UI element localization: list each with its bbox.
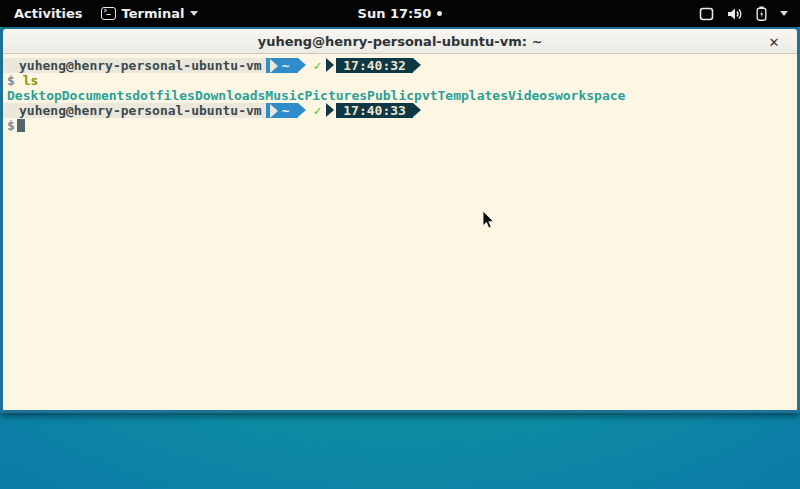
powerline-arrow-icon <box>270 104 278 118</box>
prompt-symbol: $ <box>3 118 15 133</box>
prompt-path: ~ <box>282 58 290 73</box>
prompt-host-segment: yuheng@henry-personal-ubuntu-vm <box>3 58 266 73</box>
powerline-arrow-icon <box>413 58 421 72</box>
directory-item: dotfiles <box>132 88 195 103</box>
close-button[interactable]: ✕ <box>765 33 783 51</box>
directory-item: workspace <box>555 88 625 103</box>
directory-item: Pictures <box>304 88 367 103</box>
prompt-line: yuheng@henry-personal-ubuntu-vm ~ ✓ 17:4… <box>3 58 797 73</box>
directory-item: pvt <box>414 88 437 103</box>
powerline-arrow-icon <box>270 59 278 73</box>
window-title: yuheng@henry-personal-ubuntu-vm: ~ <box>258 34 543 49</box>
prompt-symbol: $ <box>3 73 15 88</box>
terminal-content[interactable]: yuheng@henry-personal-ubuntu-vm ~ ✓ 17:4… <box>3 54 797 410</box>
clock-button[interactable]: Sun 17:50 <box>358 6 443 21</box>
terminal-window: yuheng@henry-personal-ubuntu-vm: ~ ✕ yuh… <box>0 27 800 413</box>
app-menu-label: Terminal <box>122 6 185 21</box>
desktop: Activities Terminal Sun 17:50 <box>0 0 800 489</box>
powerline-arrow-icon <box>413 103 421 117</box>
prompt-path: ~ <box>282 103 290 118</box>
powerline-arrow-icon <box>298 58 306 72</box>
powerline-arrow-icon <box>326 58 334 72</box>
input-line[interactable]: $ <box>3 118 797 133</box>
ls-output-line: Desktop Documents dotfiles Downloads Mus… <box>3 88 797 103</box>
command-text: ls <box>23 73 39 88</box>
directory-item: Documents <box>62 88 132 103</box>
window-titlebar[interactable]: yuheng@henry-personal-ubuntu-vm: ~ ✕ <box>3 29 797 54</box>
mouse-pointer-icon <box>482 210 496 230</box>
text-cursor <box>17 119 25 132</box>
system-menu-chevron-icon <box>780 11 788 16</box>
powerline-arrow-icon <box>326 103 334 117</box>
command-line: $ ls <box>3 73 797 88</box>
status-check-icon: ✓ <box>306 103 326 118</box>
chevron-down-icon <box>190 11 198 16</box>
prompt-path-segment: ~ <box>266 103 299 118</box>
terminal-icon <box>101 7 116 20</box>
powerline-arrow-icon <box>298 103 306 117</box>
directory-item: Music <box>265 88 304 103</box>
volume-icon <box>727 7 743 21</box>
network-icon <box>699 7 714 21</box>
app-menu-terminal[interactable]: Terminal <box>101 6 199 21</box>
prompt-host-segment: yuheng@henry-personal-ubuntu-vm <box>3 103 266 118</box>
status-check-icon: ✓ <box>306 58 326 73</box>
prompt-time-segment: 17:40:33 <box>336 103 413 118</box>
directory-item: Templates <box>438 88 508 103</box>
spacer <box>15 73 23 88</box>
directory-item: Videos <box>508 88 555 103</box>
activities-button[interactable]: Activities <box>10 6 87 21</box>
directory-item: Desktop <box>7 88 62 103</box>
battery-charging-icon <box>756 6 767 21</box>
prompt-line: yuheng@henry-personal-ubuntu-vm ~ ✓ 17:4… <box>3 103 797 118</box>
directory-item: Downloads <box>195 88 265 103</box>
prompt-path-segment: ~ <box>266 58 299 73</box>
directory-item: Public <box>367 88 414 103</box>
prompt-time-segment: 17:40:32 <box>336 58 413 73</box>
clock-label: Sun 17:50 <box>358 6 432 21</box>
system-status-area[interactable] <box>699 6 800 21</box>
notification-dot <box>437 11 442 16</box>
top-bar: Activities Terminal Sun 17:50 <box>0 0 800 27</box>
